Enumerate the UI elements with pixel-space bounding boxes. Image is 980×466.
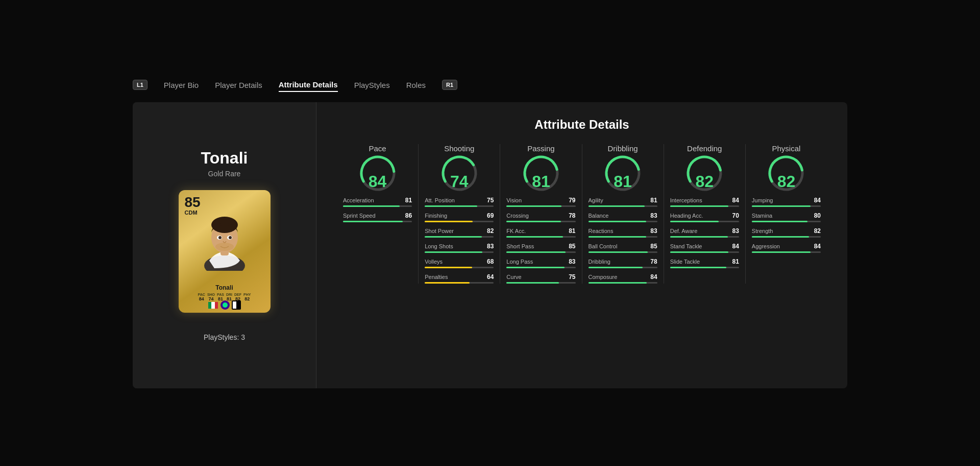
- attr-row: Slide Tackle81: [670, 258, 739, 268]
- attr-bar-fill: [752, 221, 807, 222]
- nav-attribute-details[interactable]: Attribute Details: [279, 78, 338, 92]
- attr-bar: [670, 221, 739, 222]
- attr-value: 81: [732, 258, 739, 265]
- attr-row: Aggression84: [752, 243, 821, 253]
- attr-row: Att. Position75: [425, 197, 494, 207]
- category-col-passing: Passing81Vision79Crossing78FK Acc.81Shor…: [500, 144, 582, 284]
- attr-bar-fill: [670, 267, 727, 268]
- attr-bar-fill: [425, 251, 482, 253]
- attr-bar-fill: [589, 267, 643, 268]
- attr-row: Short Pass85: [506, 243, 575, 253]
- attr-value: 82: [487, 227, 494, 235]
- attr-bar: [752, 251, 821, 253]
- attr-bar: [506, 251, 575, 253]
- attr-label: Finishing: [425, 213, 447, 219]
- attr-value: 69: [487, 212, 494, 219]
- attr-row: Stand Tackle84: [670, 243, 739, 253]
- attr-bar: [752, 221, 821, 222]
- attr-label: Crossing: [506, 213, 528, 219]
- attr-bar-fill: [343, 205, 400, 207]
- attr-bar-fill: [506, 267, 564, 268]
- attr-title: Attribute Details: [337, 118, 827, 132]
- attr-value: 81: [405, 197, 412, 204]
- player-face-svg: [194, 204, 255, 271]
- card-player-name: Tonali: [215, 284, 233, 291]
- attr-bar: [425, 236, 494, 238]
- attr-value: 84: [732, 197, 739, 204]
- attr-label: Heading Acc.: [670, 213, 703, 219]
- r1-badge: R1: [442, 80, 457, 90]
- attr-label: Reactions: [589, 228, 614, 234]
- attr-row: Stamina80: [752, 212, 821, 222]
- card-badges-row: [208, 300, 241, 310]
- category-col-physical: Physical82Jumping84Stamina80Strength82Ag…: [746, 144, 827, 284]
- gauge-value-defending: 82: [695, 173, 714, 190]
- attr-row: Long Pass83: [506, 258, 575, 268]
- attr-value: 84: [650, 273, 657, 281]
- gauge-value-pace: 84: [369, 173, 387, 190]
- card-stat-phy: PHY 82: [243, 293, 251, 301]
- attr-bar: [589, 221, 657, 222]
- attr-label: Volleys: [425, 259, 443, 265]
- attr-row: Reactions83: [589, 227, 657, 238]
- nav-player-bio[interactable]: Player Bio: [164, 79, 199, 91]
- attr-row: Crossing78: [506, 212, 575, 222]
- attr-bar-fill: [670, 236, 728, 238]
- category-col-pace: Pace84Acceleration81Sprint Speed86: [337, 144, 419, 284]
- attr-label: Composure: [589, 274, 618, 280]
- attr-value: 84: [814, 197, 821, 204]
- attr-row: Balance83: [589, 212, 657, 222]
- attr-bar: [752, 205, 821, 207]
- attr-label: Att. Position: [425, 197, 455, 203]
- attr-label: FK Acc.: [506, 228, 526, 234]
- attr-row: Penalties64: [425, 273, 494, 284]
- attr-bar: [425, 267, 494, 268]
- attr-label: Slide Tackle: [670, 259, 700, 265]
- attr-bar: [506, 236, 575, 238]
- attr-label: Curve: [506, 274, 521, 280]
- attr-bar-fill: [670, 251, 729, 253]
- attr-row: Jumping84: [752, 197, 821, 207]
- attr-label: Sprint Speed: [343, 213, 376, 219]
- attr-label: Short Pass: [506, 243, 534, 249]
- attr-list-passing: Vision79Crossing78FK Acc.81Short Pass85L…: [506, 197, 575, 284]
- nav-bar: L1 Player Bio Player Details Attribute D…: [133, 78, 847, 98]
- attr-bar: [670, 267, 739, 268]
- attr-value: 85: [569, 243, 575, 250]
- nav-roles[interactable]: Roles: [406, 79, 426, 91]
- attr-bar: [589, 282, 657, 284]
- nav-playstyles[interactable]: PlayStyles: [354, 79, 390, 91]
- attr-bar: [589, 205, 657, 207]
- attr-list-dribbling: Agility81Balance83Reactions83Ball Contro…: [589, 197, 657, 284]
- attr-value: 81: [569, 227, 575, 235]
- attr-list-defending: Interceptions84Heading Acc.70Def. Aware8…: [670, 197, 739, 268]
- attr-bar: [752, 236, 821, 238]
- attr-row: Ball Control85: [589, 243, 657, 253]
- categories-row: Pace84Acceleration81Sprint Speed86Shooti…: [337, 144, 827, 284]
- attr-row: Strength82: [752, 227, 821, 238]
- attr-bar-fill: [506, 205, 561, 207]
- attr-value: 75: [569, 273, 575, 281]
- attr-label: Balance: [589, 213, 609, 219]
- gauge-value-passing: 81: [532, 173, 550, 190]
- attr-label: Acceleration: [343, 197, 374, 203]
- attr-label: Penalties: [425, 274, 448, 280]
- attr-list-pace: Acceleration81Sprint Speed86: [343, 197, 412, 222]
- svg-point-6: [218, 236, 222, 239]
- attr-label: Agility: [589, 197, 603, 203]
- attr-value: 81: [650, 197, 657, 204]
- attr-bar: [670, 205, 739, 207]
- svg-point-9: [223, 302, 228, 308]
- attr-row: Dribbling78: [589, 258, 657, 268]
- right-panel: Attribute Details Pace84Acceleration81Sp…: [316, 102, 847, 388]
- attr-bar-fill: [425, 267, 472, 268]
- attr-value: 79: [569, 197, 575, 204]
- attr-bar: [589, 236, 657, 238]
- attr-label: Ball Control: [589, 243, 618, 249]
- attr-bar-fill: [506, 221, 560, 222]
- card-stat-pac: PAC 84: [198, 293, 205, 301]
- attr-bar-fill: [425, 221, 473, 222]
- nav-player-details[interactable]: Player Details: [215, 79, 262, 91]
- attr-value: 70: [732, 212, 739, 219]
- category-col-defending: Defending82Interceptions84Heading Acc.70…: [664, 144, 746, 284]
